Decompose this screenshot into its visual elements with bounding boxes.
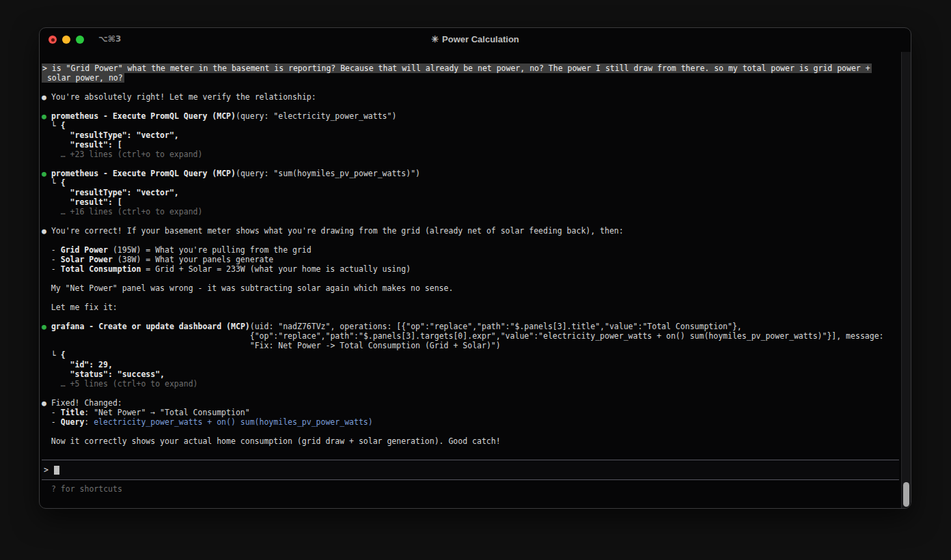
- message-bullet-icon: ●: [42, 398, 46, 408]
- expand-hint: … +5 lines (ctrl+o to expand): [42, 379, 899, 389]
- assistant-text: My "Net Power" panel was wrong - it was …: [42, 283, 453, 293]
- blank-line: [42, 389, 899, 398]
- change-item-query: - Query: electricity_power_watts + on() …: [42, 417, 899, 427]
- list-dash: -: [42, 255, 61, 264]
- assistant-message: ●You're correct! If your basement meter …: [42, 226, 899, 236]
- change-term: Title: [61, 408, 85, 417]
- list-item: - Solar Power (38W) = What your panels g…: [42, 255, 899, 264]
- change-item-title: - Title: "Net Power" → "Total Consumptio…: [42, 408, 899, 417]
- tool-name: prometheus - Execute PromQL Query (MCP): [51, 169, 236, 178]
- titlebar[interactable]: ⌥⌘3 ✳Power Calculation: [40, 28, 911, 51]
- blank-line: [42, 312, 899, 322]
- list-item-term: Grid Power: [61, 245, 108, 255]
- tool-result-line: "status": "success",: [42, 369, 899, 379]
- tool-result-line: "resultType": "vector",: [42, 188, 899, 197]
- result-json: "result": [: [42, 197, 122, 207]
- user-message-line-2: solar power, no?: [42, 73, 899, 83]
- blank-line: [42, 427, 899, 436]
- terminal-window: ⌥⌘3 ✳Power Calculation > is "Grid Power"…: [39, 27, 911, 509]
- spinner-icon: ✳: [431, 34, 439, 44]
- tool-result-line: └ {: [42, 350, 899, 360]
- message-bullet-icon: ●: [42, 226, 46, 236]
- expand-hint: … +16 lines (ctrl+o to expand): [42, 207, 899, 216]
- text-cursor-icon: [54, 466, 59, 475]
- tool-bullet-icon: ●: [42, 111, 46, 121]
- tool-result-line: └ {: [42, 121, 899, 130]
- change-term: Query: [61, 417, 85, 427]
- list-item-text: (195W) = What you're pulling from the gr…: [108, 245, 312, 255]
- result-branch: └ {: [42, 121, 66, 130]
- blank-line: [42, 274, 899, 283]
- prompt-symbol: >: [44, 465, 49, 475]
- assistant-message: ●You're absolutely right! Let me verify …: [42, 92, 899, 102]
- expand-hint-text: … +23 lines (ctrl+o to expand): [42, 150, 202, 159]
- user-message-text: > is "Grid Power" what the meter in the …: [42, 64, 872, 73]
- blank-line: [42, 236, 899, 245]
- result-json: "id": 29,: [42, 360, 113, 369]
- tool-result-line: └ {: [42, 178, 899, 188]
- list-dash: -: [42, 264, 61, 274]
- tool-name: grafana - Create or update dashboard (MC…: [51, 322, 250, 331]
- tool-call-prometheus-2: ●prometheus - Execute PromQL Query (MCP)…: [42, 169, 899, 178]
- tool-call-grafana: ●grafana - Create or update dashboard (M…: [42, 322, 899, 350]
- blank-line: [42, 159, 899, 169]
- result-json: "resultType": "vector",: [42, 188, 179, 197]
- query-code: electricity_power_watts + on() sum(hoymi…: [94, 417, 373, 427]
- list-item-term: Total Consumption: [61, 264, 141, 274]
- result-branch: └ {: [42, 178, 66, 188]
- list-item: - Grid Power (195W) = What you're pullin…: [42, 245, 899, 255]
- prompt-input[interactable]: >: [42, 460, 899, 480]
- assistant-paragraph: My "Net Power" panel was wrong - it was …: [42, 283, 899, 293]
- result-json: "status": "success",: [42, 369, 165, 379]
- tool-bullet-icon: ●: [42, 322, 46, 331]
- list-dash: -: [42, 417, 61, 427]
- shortcuts-hint: ? for shortcuts: [42, 484, 899, 494]
- assistant-text: You're correct! If your basement meter s…: [51, 226, 624, 236]
- scrollbar-thumb[interactable]: [903, 482, 909, 507]
- message-bullet-icon: ●: [42, 92, 46, 102]
- assistant-text: Now it correctly shows your actual home …: [42, 436, 501, 446]
- tool-call-prometheus-1: ●prometheus - Execute PromQL Query (MCP)…: [42, 111, 899, 121]
- list-item-text: = Grid + Solar = 233W (what your home is…: [141, 264, 411, 274]
- expand-hint: … +23 lines (ctrl+o to expand): [42, 150, 899, 159]
- list-item-term: Solar Power: [61, 255, 113, 264]
- expand-hint-text: … +5 lines (ctrl+o to expand): [42, 379, 197, 389]
- change-text: : "Net Power" → "Total Consumption": [84, 408, 249, 417]
- tool-result-line: "result": [: [42, 197, 899, 207]
- tool-result-line: "result": [: [42, 140, 899, 150]
- blank-line: [42, 83, 899, 92]
- result-json: "resultType": "vector",: [42, 130, 179, 140]
- blank-line: [42, 102, 899, 111]
- result-branch: └ {: [42, 350, 66, 360]
- tool-result-line: "resultType": "vector",: [42, 130, 899, 140]
- assistant-message: ●Fixed! Changed:: [42, 398, 899, 408]
- expand-hint-text: … +16 lines (ctrl+o to expand): [42, 207, 202, 216]
- tool-args: (query: "sum(hoymiles_pv_power_watts)"): [236, 169, 420, 178]
- assistant-text: Fixed! Changed:: [51, 398, 122, 408]
- change-text: :: [84, 417, 94, 427]
- assistant-paragraph: Now it correctly shows your actual home …: [42, 436, 899, 446]
- user-message-text: solar power, no?: [42, 73, 124, 83]
- list-item: - Total Consumption = Grid + Solar = 233…: [42, 264, 899, 274]
- list-item-text: (38W) = What your panels generate: [113, 255, 273, 264]
- assistant-paragraph: Let me fix it:: [42, 303, 899, 312]
- tool-args: (uid: "nadZ76TVz", operations: [{"op":"r…: [250, 322, 899, 350]
- list-dash: -: [42, 408, 61, 417]
- tool-name: prometheus - Execute PromQL Query (MCP): [51, 111, 236, 121]
- assistant-text: Let me fix it:: [42, 303, 118, 312]
- window-title-text: Power Calculation: [442, 34, 519, 44]
- blank-line: [42, 293, 899, 303]
- blank-line: [42, 216, 899, 226]
- scrollbar[interactable]: [901, 52, 911, 508]
- user-message-line-1: > is "Grid Power" what the meter in the …: [42, 64, 899, 73]
- tool-bullet-icon: ●: [42, 169, 46, 178]
- result-json: "result": [: [42, 140, 122, 150]
- assistant-text: You're absolutely right! Let me verify t…: [51, 92, 316, 102]
- terminal-output[interactable]: > is "Grid Power" what the meter in the …: [42, 64, 899, 446]
- window-title: ✳Power Calculation: [40, 34, 911, 44]
- list-dash: -: [42, 245, 61, 255]
- tool-result-line: "id": 29,: [42, 360, 899, 369]
- tool-args: (query: "electricity_power_watts"): [236, 111, 396, 121]
